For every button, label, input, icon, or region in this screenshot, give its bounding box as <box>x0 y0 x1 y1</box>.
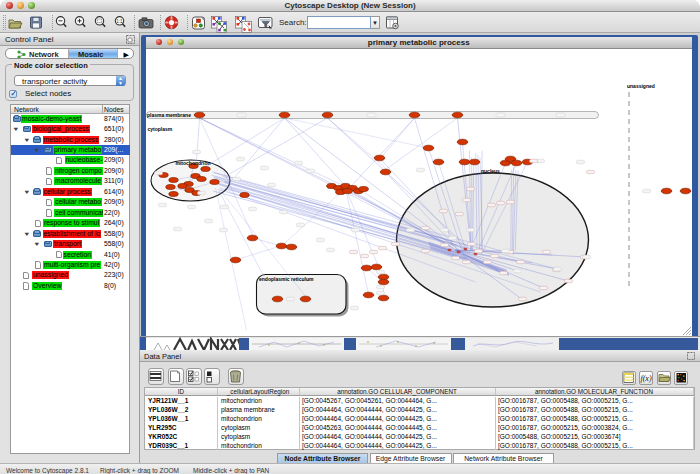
svg-text:plasma membrane: plasma membrane <box>147 112 191 118</box>
svg-text:1:1: 1:1 <box>116 19 123 24</box>
svg-text:cytoplasm: cytoplasm <box>147 126 172 132</box>
svg-text:mitochondrion: mitochondrion <box>175 160 210 166</box>
svg-text:f(x): f(x) <box>640 374 651 383</box>
svg-text:nucleus: nucleus <box>481 168 500 174</box>
svg-text:unassigned: unassigned <box>627 83 655 89</box>
svg-text:endoplasmic reticulum: endoplasmic reticulum <box>259 276 314 282</box>
